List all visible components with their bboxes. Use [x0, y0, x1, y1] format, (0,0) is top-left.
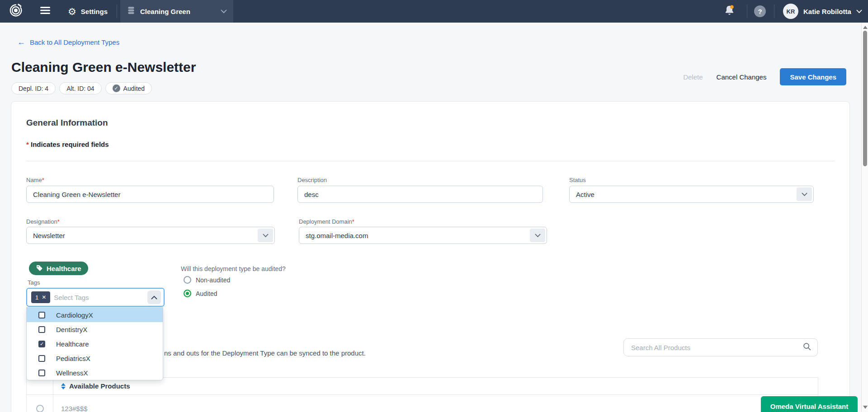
omeda-virtual-assistant-button[interactable]: Omeda Virtual Assistant	[761, 396, 858, 412]
scrollbar-down-arrow[interactable]	[863, 406, 868, 409]
radio-unselected[interactable]	[36, 405, 44, 412]
hamburger-menu-icon	[40, 6, 51, 17]
tag-option-dentistryx[interactable]: DentistryX	[27, 322, 163, 337]
required-asterisk: *	[26, 140, 29, 148]
required-note-text: Indicates required fields	[31, 140, 109, 148]
tag-option-label: DentistryX	[56, 326, 87, 333]
tag-option-label: CardiologyX	[56, 311, 93, 319]
audited-label: Audited	[196, 290, 217, 297]
database-icon	[127, 6, 136, 17]
badge-row: Depl. ID: 4 Alt. ID: 04 ✓ Audited	[11, 82, 152, 94]
alt-id-badge: Alt. ID: 04	[59, 82, 101, 94]
search-input[interactable]	[631, 344, 802, 351]
nav-divider	[747, 5, 747, 18]
description-label-text: Description	[297, 177, 327, 183]
delete-button[interactable]: Delete	[683, 73, 703, 81]
designation-select[interactable]: Newsletter	[26, 227, 275, 244]
table-row: 123#$$$	[27, 395, 818, 412]
deployment-domain-select[interactable]: stg.omail-media.com	[299, 227, 547, 244]
hamburger-menu-button[interactable]	[40, 0, 51, 23]
healthcare-tag-chip: Healthcare	[29, 262, 88, 275]
name-field[interactable]	[26, 186, 274, 203]
search-icon[interactable]	[802, 342, 812, 353]
chevron-down-icon	[856, 7, 862, 15]
nav-divider	[117, 5, 117, 18]
deployment-domain-label-text: Deployment Domain	[299, 218, 352, 225]
tags-multiselect[interactable]: 1 ✕	[26, 288, 165, 307]
chevron-down-icon	[530, 229, 545, 242]
status-selected-value: Active	[576, 191, 594, 198]
collapse-tags-button[interactable]	[147, 290, 161, 304]
section-title: General Information	[26, 118, 108, 128]
non-audited-option: Non-audited	[184, 276, 230, 284]
back-link-label: Back to All Deployment Types	[30, 38, 119, 46]
bell-icon	[723, 5, 736, 19]
page-title: Cleaning Green e-Newsletter	[11, 60, 196, 75]
product-search-box	[623, 338, 818, 356]
top-navbar: ⚙ Settings Cleaning Green	[0, 0, 868, 23]
required-fields-note: * Indicates required fields	[26, 140, 109, 148]
user-menu[interactable]: KR Katie Robilotta	[783, 0, 862, 23]
tags-field-label: Tags	[28, 279, 40, 286]
selected-tags-count-chip: 1 ✕	[31, 291, 50, 303]
products-description-fragment: ns and outs for the Deployment Type can …	[164, 349, 366, 357]
section-divider	[26, 161, 835, 161]
arrow-left-icon: ←	[17, 38, 25, 46]
checkbox-unchecked[interactable]	[38, 326, 45, 333]
tags-dropdown: CardiologyX DentistryX ✓ Healthcare Pedi…	[26, 307, 163, 380]
name-label-text: Name	[26, 177, 42, 183]
help-button[interactable]: ?	[754, 0, 766, 23]
radio-selected[interactable]	[184, 290, 191, 297]
tag-option-label: Healthcare	[56, 340, 89, 348]
audited-badge-label: Audited	[123, 85, 145, 92]
tag-option-cardiologyx[interactable]: CardiologyX	[27, 308, 163, 322]
available-products-header-label: Available Products	[69, 382, 130, 390]
deployment-id-badge-label: Depl. ID: 4	[19, 85, 48, 92]
save-changes-button[interactable]: Save Changes	[780, 68, 846, 85]
description-field-label: Description	[297, 177, 327, 183]
available-products-header[interactable]: Available Products	[27, 382, 130, 390]
scrollbar-up-arrow[interactable]	[863, 26, 868, 29]
close-icon[interactable]: ✕	[42, 294, 46, 300]
settings-menu-item[interactable]: ⚙ Settings	[68, 0, 108, 23]
designation-selected-value: Newsletter	[33, 232, 65, 239]
designation-label-text: Designation	[26, 218, 57, 225]
tags-search-input[interactable]	[54, 294, 144, 301]
checkbox-unchecked[interactable]	[38, 355, 45, 362]
checkbox-checked[interactable]: ✓	[38, 341, 45, 347]
back-to-deployment-types-link[interactable]: ← Back to All Deployment Types	[17, 38, 119, 46]
audited-question-label: Will this deployment type be audited?	[181, 265, 286, 272]
designation-field-label: Designation*	[26, 218, 60, 225]
check-icon: ✓	[40, 342, 44, 346]
tag-option-healthcare[interactable]: ✓ Healthcare	[27, 337, 163, 351]
org-name: Cleaning Green	[140, 8, 190, 15]
tag-option-pediatricsx[interactable]: PediatricsX	[27, 351, 163, 365]
column-divider	[53, 395, 53, 412]
gear-icon: ⚙	[68, 7, 76, 16]
cancel-changes-button[interactable]: Cancel Changes	[717, 73, 767, 81]
row-radio-cell	[27, 405, 53, 412]
scrollbar-thumb[interactable]	[863, 31, 867, 166]
audited-option: Audited	[184, 290, 217, 297]
sort-icon[interactable]	[61, 383, 66, 389]
general-information-card: General Information * Indicates required…	[11, 101, 850, 412]
status-select[interactable]: Active	[569, 186, 814, 203]
settings-label: Settings	[81, 8, 108, 15]
deployment-domain-field-label: Deployment Domain*	[299, 218, 354, 225]
radio-unselected[interactable]	[184, 276, 191, 284]
description-field[interactable]	[297, 186, 543, 203]
omeda-logo[interactable]	[9, 0, 23, 23]
vertical-scrollbar[interactable]	[861, 23, 868, 412]
deployment-domain-selected-value: stg.omail-media.com	[306, 232, 368, 239]
non-audited-label: Non-audited	[196, 276, 230, 284]
tag-option-label: PediatricsX	[56, 355, 90, 362]
chevron-down-icon	[258, 229, 273, 242]
tag-option-wellnessx[interactable]: WellnessX	[27, 365, 163, 380]
org-selector-dropdown[interactable]: Cleaning Green	[120, 0, 233, 23]
notifications-button[interactable]	[723, 0, 736, 23]
checkbox-unchecked[interactable]	[38, 370, 45, 376]
user-avatar: KR	[783, 4, 798, 19]
deployment-id-badge: Depl. ID: 4	[11, 82, 56, 94]
tag-chip-label: Healthcare	[47, 265, 81, 272]
checkbox-unchecked[interactable]	[38, 312, 45, 318]
